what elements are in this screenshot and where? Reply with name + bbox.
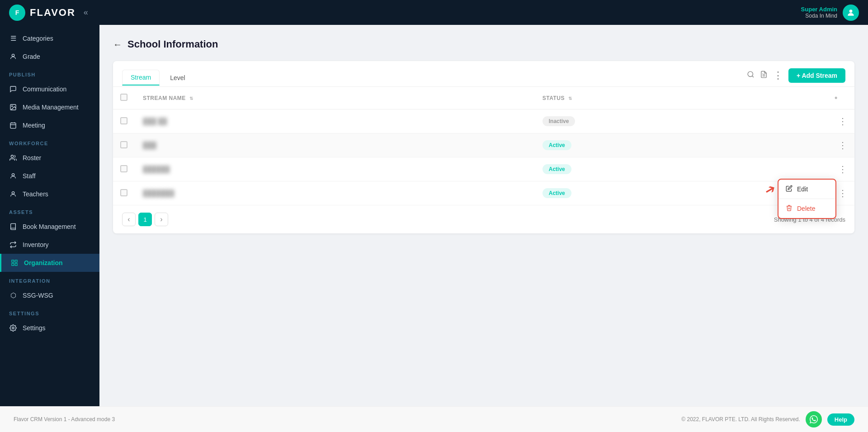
- sidebar: ☰ Categories Grade PUBLISH Communication…: [0, 25, 99, 406]
- row-checkbox-4[interactable]: [120, 189, 127, 196]
- sidebar-item-meeting[interactable]: Meeting: [0, 116, 99, 134]
- next-page-button[interactable]: ›: [155, 213, 168, 226]
- svg-rect-13: [15, 263, 17, 266]
- table-row: ███ Active ⋮: [113, 133, 854, 157]
- svg-rect-12: [15, 260, 17, 262]
- sort-icon-status[interactable]: ⇅: [568, 96, 572, 101]
- sidebar-item-media-management[interactable]: Media Management: [0, 98, 99, 116]
- sidebar-item-teachers[interactable]: Teachers: [0, 185, 99, 203]
- add-stream-button[interactable]: + Add Stream: [788, 68, 845, 83]
- delete-icon: [786, 204, 793, 213]
- svg-rect-14: [12, 263, 14, 266]
- back-button[interactable]: ←: [113, 39, 122, 50]
- tabs-bar: Stream Level ⋮ + Add Stream: [113, 61, 854, 87]
- media-icon: [9, 103, 17, 111]
- sidebar-label-teachers: Teachers: [23, 190, 48, 198]
- edit-icon: [786, 185, 793, 193]
- svg-rect-4: [10, 123, 16, 128]
- book-icon: [9, 223, 17, 231]
- sidebar-item-inventory[interactable]: Inventory: [0, 236, 99, 254]
- row-actions-4[interactable]: ⋮: [835, 188, 847, 199]
- pagination: ‹ 1 ›: [122, 213, 168, 226]
- svg-point-10: [12, 192, 14, 194]
- sort-icon-name[interactable]: ⇅: [189, 96, 193, 101]
- app-header: F FLAVOR « Super Admin Soda In Mind: [0, 0, 868, 25]
- grid-icon: ☰: [9, 34, 17, 43]
- grade-icon: [9, 52, 17, 61]
- stream-name-3: ██████: [143, 166, 170, 173]
- section-assets: ASSETS: [0, 203, 99, 218]
- user-info: Super Admin Soda In Mind: [801, 6, 837, 19]
- svg-line-17: [752, 76, 754, 77]
- data-table: STREAM NAME ⇅ STATUS ⇅ •: [113, 87, 854, 205]
- status-badge-3: Active: [542, 164, 571, 174]
- prev-page-button[interactable]: ‹: [122, 213, 136, 226]
- sidebar-label-categories: Categories: [23, 35, 53, 42]
- user-org: Soda In Mind: [801, 13, 837, 19]
- row-checkbox-1[interactable]: [120, 117, 127, 124]
- meeting-icon: [9, 121, 17, 129]
- footer: Flavor CRM Version 1 - Advanced mode 3 ©…: [0, 406, 868, 432]
- sidebar-item-ssg-wsg[interactable]: ⬡ SSG-WSG: [0, 286, 99, 304]
- tab-level[interactable]: Level: [161, 70, 193, 85]
- staff-icon: [9, 172, 17, 180]
- section-publish: PUBLISH: [0, 66, 99, 80]
- status-badge-1: Inactive: [542, 116, 576, 126]
- search-icon[interactable]: [747, 71, 755, 81]
- logo-area: F FLAVOR «: [9, 5, 88, 21]
- tab-stream[interactable]: Stream: [122, 70, 160, 85]
- logo-text: FLAVOR: [30, 7, 75, 19]
- row-actions-2[interactable]: ⋮: [835, 140, 847, 151]
- sidebar-label-staff: Staff: [23, 172, 36, 180]
- svg-point-16: [748, 71, 753, 76]
- collapse-icon[interactable]: «: [84, 8, 88, 17]
- delete-menu-item[interactable]: Delete: [778, 199, 835, 218]
- row-actions-1[interactable]: ⋮: [835, 116, 847, 127]
- sidebar-item-grade[interactable]: Grade: [0, 47, 99, 66]
- footer-version: Flavor CRM Version 1 - Advanced mode 3: [14, 416, 115, 423]
- sidebar-label-meeting: Meeting: [23, 122, 45, 129]
- sidebar-item-organization[interactable]: Organization: [0, 254, 99, 272]
- row-checkbox-3[interactable]: [120, 165, 127, 172]
- page-header: ← School Information: [113, 38, 854, 50]
- sidebar-label-settings: Settings: [23, 324, 46, 332]
- pagination-bar: ‹ 1 › Showing 1 to 4 of 4 records: [113, 205, 854, 233]
- avatar: [843, 5, 859, 21]
- communication-icon: [9, 85, 17, 93]
- more-icon[interactable]: ⋮: [773, 70, 783, 81]
- select-all-checkbox[interactable]: [120, 94, 127, 101]
- edit-menu-item[interactable]: Edit: [778, 180, 835, 199]
- logo-icon: F: [9, 5, 25, 21]
- export-icon[interactable]: [760, 71, 768, 81]
- svg-point-9: [12, 174, 14, 176]
- main-content: ← School Information Stream Level: [99, 25, 868, 406]
- whatsapp-button[interactable]: [806, 411, 822, 427]
- svg-point-15: [12, 327, 14, 329]
- footer-copyright: © 2022, FLAVOR PTE. LTD. All Rights Rese…: [681, 416, 800, 423]
- tabs-actions: ⋮ + Add Stream: [747, 68, 845, 86]
- row-checkbox-2[interactable]: [120, 141, 127, 148]
- sidebar-label-roster: Roster: [23, 154, 41, 161]
- page-title: School Information: [127, 38, 218, 50]
- inventory-icon: [9, 241, 17, 249]
- col-actions: •: [827, 87, 854, 109]
- sidebar-item-categories[interactable]: ☰ Categories: [0, 29, 99, 47]
- sidebar-item-book-management[interactable]: Book Management: [0, 218, 99, 236]
- context-menu: Edit Delete: [778, 179, 836, 219]
- sidebar-item-staff[interactable]: Staff: [0, 167, 99, 185]
- organization-icon: [10, 259, 19, 267]
- svg-point-0: [849, 9, 853, 13]
- user-area: Super Admin Soda In Mind: [801, 5, 859, 21]
- sidebar-label-organization: Organization: [24, 259, 63, 266]
- svg-point-1: [12, 54, 14, 57]
- sidebar-item-roster[interactable]: Roster: [0, 149, 99, 167]
- sidebar-item-communication[interactable]: Communication: [0, 80, 99, 98]
- sidebar-label-ssg: SSG-WSG: [23, 292, 53, 299]
- help-button[interactable]: Help: [827, 413, 854, 426]
- svg-point-3: [12, 106, 13, 107]
- page-1-button[interactable]: 1: [138, 213, 152, 226]
- row-actions-3[interactable]: ⋮: [835, 164, 847, 175]
- col-stream-name: STREAM NAME ⇅: [136, 87, 535, 109]
- stream-name-2: ███: [143, 142, 156, 149]
- sidebar-item-settings[interactable]: Settings: [0, 319, 99, 337]
